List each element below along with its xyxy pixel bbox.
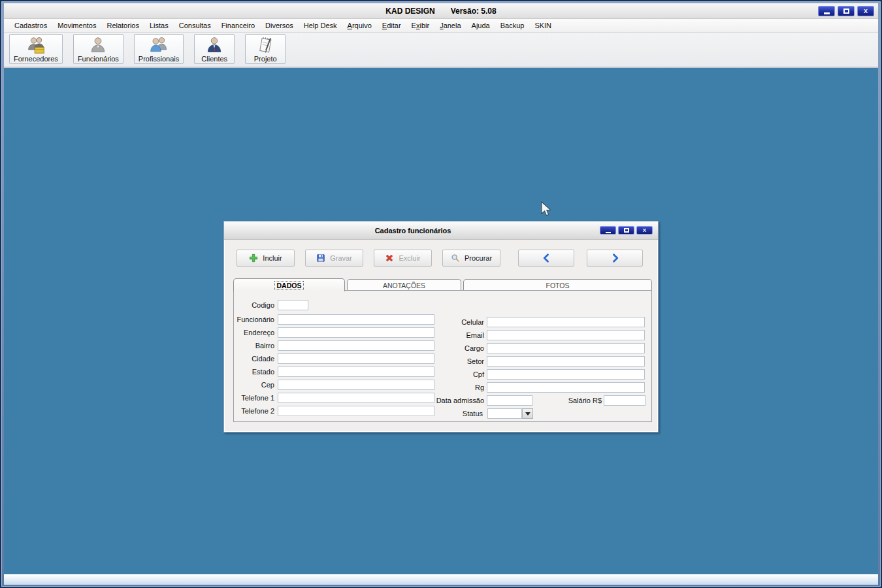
celular-input[interactable] <box>487 317 645 327</box>
estado-label: Estado <box>224 367 274 377</box>
procurar-button[interactable]: Procurar <box>442 250 500 267</box>
cep-label: Cep <box>224 380 274 390</box>
child-titlebar[interactable]: Cadastro funcionários X <box>224 221 658 240</box>
menu-editar[interactable]: Editar <box>377 20 406 31</box>
menu-diversos[interactable]: Diversos <box>260 20 299 31</box>
child-window-title: Cadastro funcionários <box>224 221 602 239</box>
email-input[interactable] <box>487 330 645 340</box>
cargo-input[interactable] <box>487 343 645 353</box>
bairro-label: Bairro <box>224 340 274 351</box>
menu-backup[interactable]: Backup <box>495 20 530 31</box>
suppliers-people-icon <box>26 36 46 54</box>
setor-input[interactable] <box>487 356 645 367</box>
gravar-label: Gravar <box>330 254 352 262</box>
project-notepad-icon <box>255 36 275 54</box>
data-admissao-input[interactable] <box>487 395 532 406</box>
toolbar-button-label: Profissionais <box>139 55 179 63</box>
search-magnifier-icon <box>451 253 460 263</box>
employee-person-icon <box>88 36 108 54</box>
maximize-icon <box>624 228 629 233</box>
menu-cadastros[interactable]: Cadastros <box>9 20 52 31</box>
menu-consultas[interactable]: Consultas <box>174 20 216 31</box>
codigo-label: Codigo <box>224 300 274 310</box>
window-controls: X <box>818 6 874 16</box>
delete-x-icon <box>385 253 394 263</box>
email-label: Email <box>407 330 484 340</box>
menu-arquivo[interactable]: Arquivo <box>342 20 377 31</box>
tab-label: DADOS <box>274 281 304 290</box>
clientes-button[interactable]: Clientes <box>194 34 235 64</box>
setor-label: Setor <box>407 356 484 367</box>
menu-movimentos[interactable]: Movimentos <box>52 20 101 31</box>
arrow-right-icon <box>611 253 619 263</box>
mouse-cursor <box>541 201 553 218</box>
window-frame: KAD DESIGN Versão: 5.08 X Cadastros Movi… <box>1 1 881 587</box>
arrow-left-icon <box>542 253 551 263</box>
incluir-label: Incluir <box>263 254 282 262</box>
toolbar: Fornecedores Funcionários Profissionais <box>4 33 878 68</box>
toolbar-button-label: Clientes <box>201 55 227 63</box>
child-maximize-button[interactable] <box>618 226 634 235</box>
status-bar <box>4 574 878 585</box>
child-window-controls: X <box>600 226 653 235</box>
procurar-label: Procurar <box>465 254 492 262</box>
close-button[interactable]: X <box>857 6 874 16</box>
menu-ajuda[interactable]: Ajuda <box>466 20 495 31</box>
tab-fotos[interactable]: FOTOS <box>463 279 652 291</box>
next-record-button[interactable] <box>587 250 643 267</box>
minimize-button[interactable] <box>818 6 835 16</box>
excluir-label: Excluir <box>399 254 420 262</box>
fornecedores-button[interactable]: Fornecedores <box>9 34 63 64</box>
tab-dados[interactable]: DADOS <box>233 278 345 291</box>
salario-input[interactable] <box>604 395 645 406</box>
previous-record-button[interactable] <box>518 250 574 267</box>
endereco-label: Endereço <box>224 327 274 338</box>
menu-janela[interactable]: Janela <box>434 20 466 31</box>
menu-listas[interactable]: Listas <box>144 20 174 31</box>
minimize-icon <box>606 232 611 233</box>
excluir-button[interactable]: Excluir <box>374 250 432 267</box>
gravar-button[interactable]: Gravar <box>305 250 363 267</box>
menu-relatorios[interactable]: Relatorios <box>101 20 144 31</box>
funcionarios-button[interactable]: Funcionários <box>73 34 123 64</box>
mdi-workspace: Cadastro funcionários X Inclui <box>4 68 878 574</box>
toolbar-button-label: Projeto <box>254 55 277 63</box>
status-dropdown-button[interactable] <box>522 408 533 419</box>
main-titlebar[interactable]: KAD DESIGN Versão: 5.08 X <box>4 3 878 19</box>
application-window: KAD DESIGN Versão: 5.08 X Cadastros Movi… <box>0 0 882 588</box>
menu-exibir[interactable]: Exibir <box>406 20 435 31</box>
menu-help-desk[interactable]: Help Desk <box>299 20 342 31</box>
menu-skin[interactable]: SKIN <box>529 20 557 31</box>
incluir-button[interactable]: Incluir <box>237 250 295 267</box>
menu-financeiro[interactable]: Financeiro <box>216 20 260 31</box>
profissionais-button[interactable]: Profissionais <box>134 34 184 64</box>
codigo-input[interactable] <box>278 300 308 310</box>
cpf-label: Cpf <box>407 369 484 380</box>
maximize-button[interactable] <box>838 6 855 16</box>
client-person-icon <box>204 36 224 54</box>
minimize-icon <box>824 12 830 14</box>
cadastro-funcionarios-window: Cadastro funcionários X Inclui <box>223 221 659 433</box>
tab-strip: DADOS ANOTAÇÕES FOTOS <box>233 278 652 291</box>
child-close-button[interactable]: X <box>636 226 653 235</box>
cpf-input[interactable] <box>487 369 645 380</box>
menubar: Cadastros Movimentos Relatorios Listas C… <box>4 19 878 33</box>
child-minimize-button[interactable] <box>600 226 616 235</box>
close-icon: X <box>864 8 868 14</box>
toolbar-button-label: Funcionários <box>78 55 119 63</box>
salario-label: Salário R$ <box>551 395 602 406</box>
rg-input[interactable] <box>487 382 645 393</box>
save-floppy-icon <box>316 253 325 263</box>
cidade-label: Cidade <box>224 353 274 364</box>
status-label: Status <box>407 408 483 419</box>
child-window-body: Incluir Gravar <box>224 240 658 433</box>
app-title: KAD DESIGN <box>385 7 434 16</box>
add-plus-icon <box>249 253 258 263</box>
projeto-button[interactable]: Projeto <box>245 34 286 64</box>
telefone2-label: Telefone 2 <box>224 406 274 416</box>
app-version: Versão: 5.08 <box>451 7 497 16</box>
maximize-icon <box>843 8 849 14</box>
status-combobox-input[interactable] <box>487 408 522 419</box>
tab-anotacoes[interactable]: ANOTAÇÕES <box>347 279 461 291</box>
rg-label: Rg <box>407 382 484 393</box>
